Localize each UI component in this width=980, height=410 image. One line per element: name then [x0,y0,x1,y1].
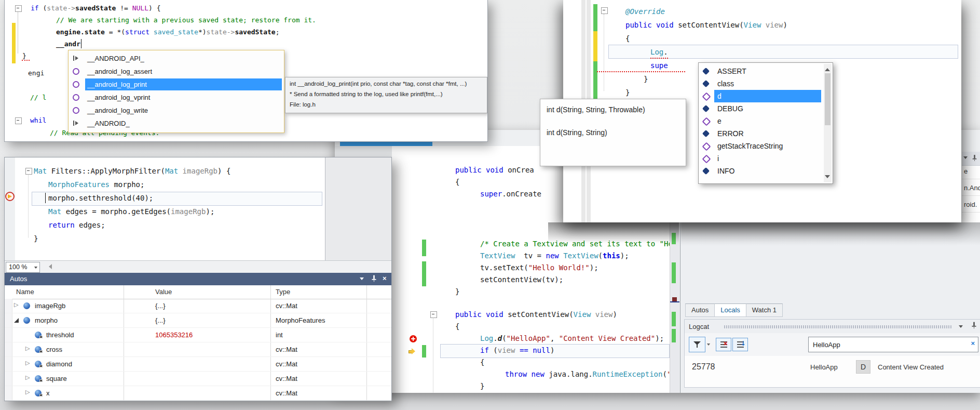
code-line: { [625,34,630,43]
scroll-to-end-button[interactable] [732,338,748,351]
variable-value: {...} [155,302,166,310]
code-line: engine.state = *(struct saved_state*)sta… [56,28,280,36]
expand-arrow-icon[interactable]: ▷ [25,374,30,381]
column-header-value[interactable]: Value [155,288,172,296]
current-line-highlight [440,344,670,358]
column-header-name[interactable]: Name [16,288,34,296]
code-line: supe [650,61,668,70]
chevron-down-icon[interactable] [959,325,963,330]
variable-row-imageRgb[interactable]: ▷imageRgb{...}cv::Mat [5,299,391,313]
column-header-type[interactable]: Type [276,288,290,296]
funnel-icon [693,341,701,348]
breakpoint-hit-icon[interactable] [5,192,15,201]
scrollbar-thumb[interactable] [825,73,831,125]
code-line: public void onCrea [455,166,534,175]
completion-item-__ANDROID_[interactable]: __ANDROID_ [69,117,284,130]
completion-item-ASSERT[interactable]: ASSERT [699,65,833,77]
variable-name: x [46,389,50,397]
collapse-box-icon[interactable] [601,7,608,14]
scroll-mark-blue [670,301,679,302]
logcat-content[interactable]: 25778 HelloApp D Content View Created [685,356,980,387]
clear-log-button[interactable] [716,338,731,351]
completion-item-class[interactable]: class [699,77,833,90]
completion-item-__ANDROID_API_[interactable]: __ANDROID_API_ [69,52,284,65]
completion-label: class [717,80,734,88]
collapse-box-icon[interactable] [15,117,22,124]
fragment-header [962,152,980,166]
tab-locals[interactable]: Locals [714,303,746,317]
completion-item-__android_log_write[interactable]: __android_log_write [69,104,284,117]
method-icon [702,117,711,126]
fold-guide [604,14,605,91]
scroll-to-end-icon [737,341,744,348]
filter-dropdown-icon[interactable] [707,343,710,347]
expand-arrow-icon[interactable]: ▷ [25,360,30,366]
completion-label: e [717,117,722,125]
breakpoint-margin[interactable] [5,157,15,260]
field-icon [702,167,710,175]
scroll-up-icon[interactable] [825,65,830,71]
change-bar [422,240,426,256]
variable-row-x[interactable]: ▷xcv::Mat [5,386,391,401]
pin-icon[interactable] [372,275,377,282]
completion-item-d[interactable]: d [699,90,833,102]
code-line: __andr [56,40,80,48]
variable-icon [35,375,42,381]
code-line: Log.d("HelloApp", "Content View Created"… [480,334,664,343]
expand-arrow-icon[interactable] [14,318,19,323]
zoom-dropdown[interactable]: 100 % [6,262,40,273]
variable-row-morpho[interactable]: morpho{...}MorphoFeatures [5,313,391,328]
clipped-text-fragment: e [964,167,968,175]
bottom-tab-strip: AutosLocalsWatch 1 [685,303,782,317]
right-edge-tool-fragment: en.Android. [962,152,980,222]
close-icon[interactable]: × [383,274,387,282]
variable-row-diamond[interactable]: ▷diamondcv::Mat [5,357,391,372]
completion-item-DEBUG[interactable]: DEBUG [699,102,833,115]
code-line: } [480,382,484,391]
cpp-intellisense-panel[interactable]: if (state->savedState != NULL) { // We a… [4,0,488,142]
completion-item-ERROR[interactable]: ERROR [699,127,833,140]
scroll-mark-green [672,329,676,342]
popup-scrollbar[interactable] [824,64,832,182]
variable-icon [35,331,42,338]
tab-watch-1[interactable]: Watch 1 [746,303,783,317]
completion-item-__android_log_assert[interactable]: __android_log_assert [69,65,284,78]
pin-icon[interactable] [972,322,977,329]
completion-item-getStackTraceString[interactable]: getStackTraceString [699,140,833,152]
expand-arrow-icon[interactable]: ▷ [25,389,30,395]
pin-icon[interactable] [972,155,977,161]
chevron-down-icon[interactable] [963,156,968,161]
completion-item-i[interactable]: i [699,152,833,165]
code-line: super.onCreate [480,190,541,199]
variable-name: morpho [35,316,58,324]
expand-arrow-icon[interactable]: ▷ [25,345,30,352]
collapse-box-icon[interactable] [15,5,22,12]
variable-name: imageRgb [35,302,65,310]
clear-search-icon[interactable]: × [971,339,975,347]
tab-autos[interactable]: Autos [685,303,715,317]
code-line: if (view == null) [480,346,554,355]
variable-type: cv::Mat [276,360,297,368]
variable-row-threshold[interactable]: threshold1065353216int [5,328,391,342]
code-line: @Override [625,7,665,16]
filter-button[interactable] [689,337,705,352]
breakpoint-icon[interactable] [410,335,417,342]
variable-row-cross[interactable]: ▷crosscv::Mat [5,342,391,357]
scroll-mark-green [672,262,676,283]
cpp-code-editor[interactable]: Mat Filters::ApplyMorphFilter(Mat imageR… [5,157,325,260]
completion-item-__android_log_print[interactable]: __android_log_print [69,78,284,91]
code-line: throw new java.lang.RuntimeException("No… [505,370,670,379]
completion-item-__android_log_vprint[interactable]: __android_log_vprint [69,91,284,104]
function-icon [73,81,79,88]
completion-item-INFO[interactable]: INFO [699,165,833,177]
chevron-down-icon[interactable] [360,277,364,282]
logcat-search-input[interactable] [812,339,964,350]
variable-row-square[interactable]: ▷squarecv::Mat [5,372,391,386]
completion-item-e[interactable]: e [699,115,833,127]
scroll-down-icon[interactable] [825,175,830,181]
variable-name: square [46,375,67,382]
expand-arrow-icon[interactable]: ▷ [14,301,18,308]
splitter[interactable] [680,208,680,393]
hscroll-left-arrow-icon[interactable] [46,264,52,269]
autos-titlebar[interactable]: Autos × [5,273,391,285]
